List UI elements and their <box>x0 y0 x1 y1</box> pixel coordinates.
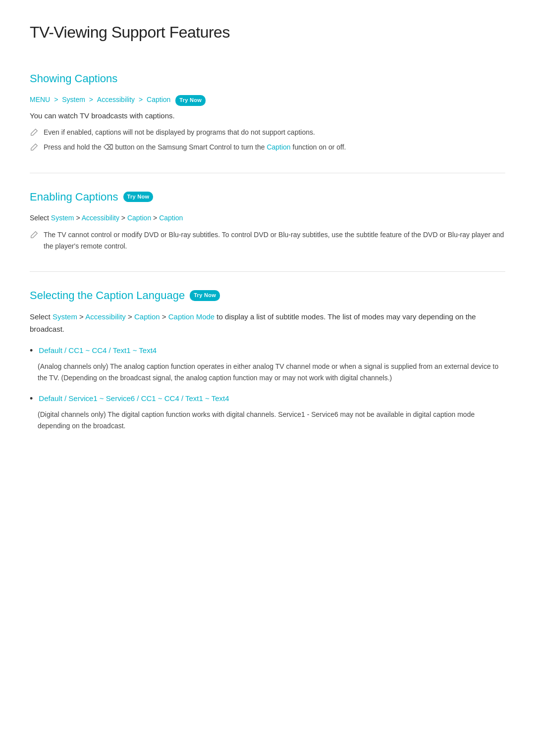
selecting-language-title: Selecting the Caption Language Try Now <box>30 287 505 304</box>
showing-captions-nav: MENU > System > Accessibility > Caption … <box>30 94 505 106</box>
bullet-body-analog: (Analog channels only) The analog captio… <box>38 361 505 384</box>
pencil-icon-3 <box>30 230 39 239</box>
enabling-captions-title: Enabling Captions Try Now <box>30 188 505 205</box>
section-showing-captions: Showing Captions MENU > System > Accessi… <box>30 70 505 153</box>
pencil-icon-1 <box>30 128 39 137</box>
try-now-badge-showing[interactable]: Try Now <box>175 95 206 106</box>
bullet-item-digital: • Default / Service1 ~ Service6 / CC1 ~ … <box>30 392 505 432</box>
bullet-header-text-analog: Default / CC1 ~ CC4 / Text1 ~ Text4 <box>39 345 157 356</box>
bullet-item-1: Even if enabled, captions will not be di… <box>30 127 505 138</box>
showing-captions-description: You can watch TV broadcasts with caption… <box>30 110 505 122</box>
bullet-dot-1: • <box>30 344 33 358</box>
enabling-captions-nav: Select System > Accessibility > Caption … <box>30 212 505 223</box>
pencil-icon-2 <box>30 143 39 151</box>
divider-2 <box>30 271 505 272</box>
divider-1 <box>30 173 505 173</box>
bullet-header-text-digital: Default / Service1 ~ Service6 / CC1 ~ CC… <box>39 393 229 404</box>
try-now-badge-enabling[interactable]: Try Now <box>123 192 154 202</box>
try-now-badge-selecting[interactable]: Try Now <box>190 290 220 301</box>
bullet-dot-2: • <box>30 392 33 406</box>
showing-captions-bullet-list: Even if enabled, captions will not be di… <box>30 127 505 153</box>
bullet-body-digital: (Digital channels only) The digital capt… <box>38 409 505 432</box>
caption-highlight: Caption <box>267 143 290 151</box>
section-enabling-captions: Enabling Captions Try Now Select System … <box>30 188 505 252</box>
section-selecting-language: Selecting the Caption Language Try Now S… <box>30 287 505 432</box>
bullet-header-digital: • Default / Service1 ~ Service6 / CC1 ~ … <box>30 392 505 406</box>
bullet-item-analog: • Default / CC1 ~ CC4 / Text1 ~ Text4 (A… <box>30 344 505 384</box>
enabling-captions-note: The TV cannot control or modify DVD or B… <box>30 229 505 252</box>
bullet-header-analog: • Default / CC1 ~ CC4 / Text1 ~ Text4 <box>30 344 505 358</box>
selecting-language-description: Select System > Accessibility > Caption … <box>30 311 505 336</box>
showing-captions-title: Showing Captions <box>30 70 505 87</box>
page-title: TV-Viewing Support Features <box>30 20 505 50</box>
bullet-item-2: Press and hold the ⌫ button on the Samsu… <box>30 142 505 152</box>
